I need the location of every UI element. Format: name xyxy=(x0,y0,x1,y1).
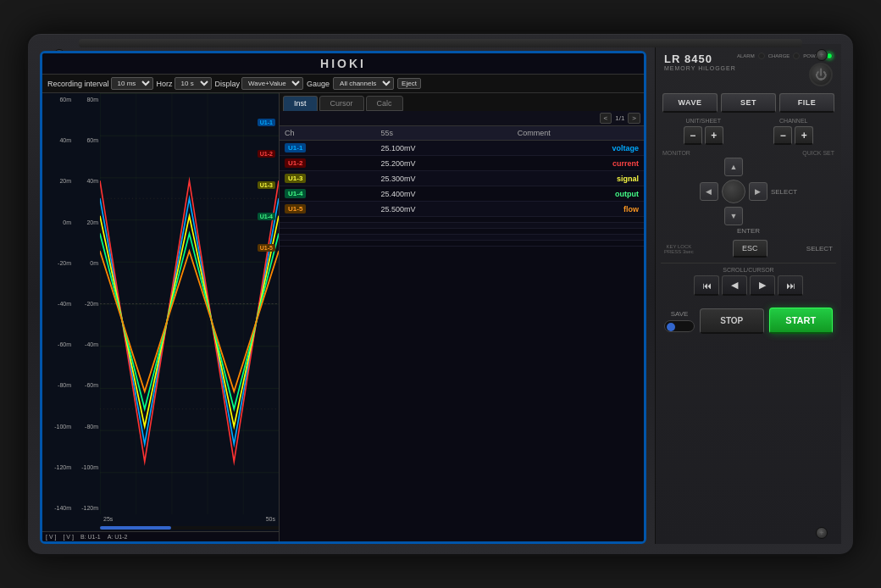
tab-bar: Inst Cursor Calc xyxy=(280,93,644,111)
y-axis-left: 60m 40m 20m 0m -20m -40m -60m -80m -100m… xyxy=(42,93,73,514)
dpad: ▲ ▼ ◀ ▶ xyxy=(700,158,767,225)
value-u1-5: 25.500mV xyxy=(376,202,513,217)
tab-cursor[interactable]: Cursor xyxy=(319,96,364,111)
comment-u1-3: signal xyxy=(513,171,644,186)
alarm-label: ALARM xyxy=(737,53,755,58)
wave-button[interactable]: WAVE xyxy=(662,93,718,113)
table-row-empty xyxy=(280,229,644,235)
dpad-center-enter[interactable] xyxy=(722,180,745,203)
channel-label: CHANNEL xyxy=(751,118,837,124)
table-row: U1-1 25.100mV voltage xyxy=(280,141,644,156)
ch-indicator-u1-1: U1-1 xyxy=(258,119,275,126)
horz-dropdown[interactable]: 10 s xyxy=(175,77,212,90)
dpad-up[interactable]: ▲ xyxy=(724,158,743,176)
display-item: Display Wave+Value xyxy=(215,77,304,90)
save-toggle[interactable] xyxy=(664,320,695,332)
device-body: HIOKI Recording interval 10 ms Horz 10 s xyxy=(25,31,856,557)
x-axis: 25s 50s xyxy=(100,514,279,531)
start-button[interactable]: START xyxy=(769,308,834,334)
gauge-item: Gauge xyxy=(307,80,330,88)
pagination-row: < 1/1 > xyxy=(280,111,644,126)
screen-main: 60m 40m 20m 0m -20m -40m -60m -80m -100m… xyxy=(42,93,644,541)
file-button[interactable]: FILE xyxy=(779,93,834,113)
model-info: LR 8450 MEMORY HiLOGGER xyxy=(664,53,736,71)
data-table: Ch 55s Comment U1-1 25.100mV voltage xyxy=(280,126,644,541)
waveform-area: 60m 40m 20m 0m -20m -40m -60m -80m -100m… xyxy=(42,93,280,541)
stop-button[interactable]: STOP xyxy=(700,308,764,334)
channels-dropdown[interactable]: All channels xyxy=(333,77,394,90)
table-row: U1-4 25.400mV output xyxy=(280,186,644,202)
brand-header: HIOKI xyxy=(42,53,644,74)
channel-plus[interactable]: + xyxy=(795,126,813,145)
dpad-right[interactable]: ▶ xyxy=(749,182,767,201)
ch-badge-u1-2: U1-2 xyxy=(285,158,306,168)
table-row: U1-3 25.300mV signal xyxy=(280,171,644,186)
save-section: SAVE xyxy=(664,310,695,332)
value-u1-2: 25.200mV xyxy=(376,156,513,171)
ch-badge-u1-3: U1-3 xyxy=(285,174,306,183)
channel-section: CHANNEL − + xyxy=(751,118,837,145)
horz-label: Horz xyxy=(157,80,173,88)
select-label2: SELECT xyxy=(806,245,833,252)
tab-inst[interactable]: Inst xyxy=(283,96,318,111)
charge-light xyxy=(793,53,800,59)
unit-sheet-plus[interactable]: + xyxy=(705,126,723,145)
scroll-buttons: ⏮ ◀ ▶ ⏭ xyxy=(662,275,834,296)
display-dropdown[interactable]: Wave+Value xyxy=(241,77,303,90)
unit-sheet-minus[interactable]: − xyxy=(684,126,702,145)
display-label: Display xyxy=(215,80,241,88)
horz-item: Horz 10 s xyxy=(157,77,212,90)
ch-badge-u1-4: U1-4 xyxy=(285,189,306,198)
waveform-bottom: [ V ] [ V ] B: U1-1 A: U1-2 xyxy=(42,531,279,541)
gauge-label: Gauge xyxy=(307,80,330,88)
scroll-back[interactable]: ◀ xyxy=(722,275,747,296)
power-button[interactable] xyxy=(809,63,833,86)
save-label: SAVE xyxy=(671,310,689,318)
eject-button[interactable]: Eject xyxy=(397,78,421,89)
page-prev[interactable]: < xyxy=(600,113,612,124)
unit-sheet-section: UNIT/SHEET − + xyxy=(661,118,746,145)
unit-sheet-label: UNIT/SHEET xyxy=(661,118,746,124)
alarm-light xyxy=(758,53,765,59)
recording-interval-label: Recording interval xyxy=(47,80,109,88)
table-row-empty xyxy=(280,235,644,241)
comment-u1-2: current xyxy=(513,156,644,171)
dpad-left[interactable]: ◀ xyxy=(700,182,718,201)
enter-label: ENTER xyxy=(737,227,760,235)
waveform-svg xyxy=(100,93,279,514)
value-u1-4: 25.400mV xyxy=(376,186,513,202)
page-indicator: 1/1 xyxy=(615,114,624,122)
model-desc: MEMORY HiLOGGER xyxy=(664,65,736,71)
comment-u1-4: output xyxy=(513,186,644,202)
ch-indicator-u1-3: U1-3 xyxy=(258,181,275,189)
scroll-section: SCROLL/CURSOR ⏮ ◀ ▶ ⏭ xyxy=(661,263,836,299)
scroll-forward[interactable]: ▶ xyxy=(750,275,775,296)
value-u1-1: 25.100mV xyxy=(376,141,513,156)
ch-indicator-u1-2: U1-2 xyxy=(258,150,275,158)
screw-tr xyxy=(816,49,828,61)
recording-interval-dropdown[interactable]: 10 ms xyxy=(111,77,153,90)
value-u1-3: 25.300mV xyxy=(376,171,513,186)
dpad-down[interactable]: ▼ xyxy=(724,207,743,225)
tab-calc[interactable]: Calc xyxy=(366,96,403,111)
table-row-empty xyxy=(280,223,644,229)
control-panel: LR 8450 MEMORY HiLOGGER ALARM CHARGE POW… xyxy=(655,44,841,544)
esc-button[interactable]: ESC xyxy=(733,240,767,258)
model-name: LR 8450 xyxy=(664,53,736,65)
charge-label: CHARGE xyxy=(768,53,790,58)
scroll-cursor-label: SCROLL/CURSOR xyxy=(662,267,834,273)
set-button[interactable]: SET xyxy=(721,93,776,113)
col-ch: Ch xyxy=(280,126,376,141)
model-row: LR 8450 MEMORY HiLOGGER ALARM CHARGE POW… xyxy=(661,51,836,88)
page-next[interactable]: > xyxy=(628,113,640,124)
ch-indicator-u1-4: U1-4 xyxy=(258,213,275,220)
screw-br xyxy=(816,527,828,539)
select-label: SELECT xyxy=(771,188,797,196)
table-area: Inst Cursor Calc < 1/1 > xyxy=(280,93,644,541)
table-row-empty xyxy=(280,241,644,247)
channel-minus[interactable]: − xyxy=(773,126,792,145)
screen: HIOKI Recording interval 10 ms Horz 10 s xyxy=(40,51,646,544)
scroll-rewind[interactable]: ⏮ xyxy=(694,275,719,296)
scroll-fast-forward[interactable]: ⏭ xyxy=(778,275,803,296)
key-lock-label: KEY LOCK PRESS 3sec xyxy=(664,244,694,254)
